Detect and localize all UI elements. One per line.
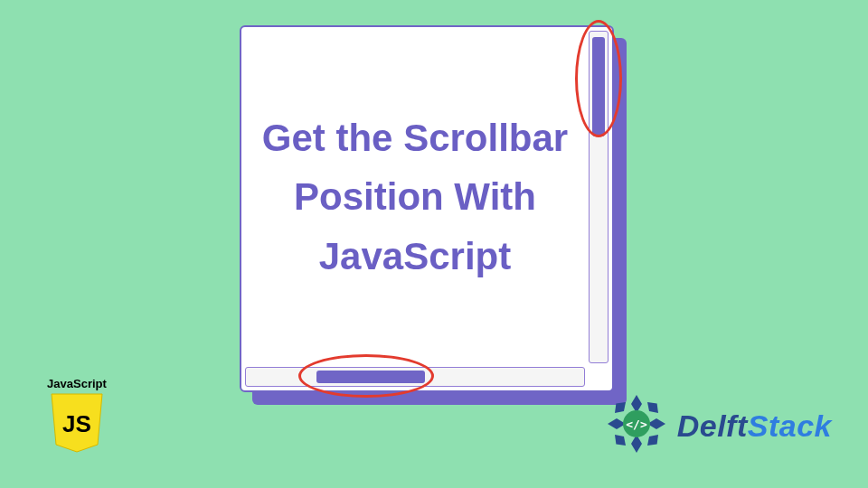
vertical-scrollbar-track[interactable] <box>589 31 609 363</box>
delftstack-logo: </> DelftStack <box>603 390 832 461</box>
javascript-badge: JavaScript JS <box>38 377 116 455</box>
scroll-window-illustration: Get the Scrollbar Position With JavaScri… <box>240 25 627 405</box>
svg-text:</>: </> <box>626 418 647 431</box>
horizontal-scrollbar-track[interactable] <box>245 367 585 387</box>
window-panel: Get the Scrollbar Position With JavaScri… <box>240 25 614 392</box>
vertical-scrollbar-thumb[interactable] <box>592 37 605 136</box>
brand-part2: Stack <box>748 408 832 443</box>
svg-text:JS: JS <box>62 410 91 437</box>
horizontal-scrollbar-thumb[interactable] <box>316 371 425 383</box>
brand-part1: Delft <box>677 408 748 443</box>
delftstack-flower-icon: </> <box>603 390 670 461</box>
window-content: Get the Scrollbar Position With JavaScri… <box>243 29 587 365</box>
javascript-label: JavaScript <box>38 377 116 390</box>
javascript-shield-icon: JS <box>49 392 105 455</box>
delftstack-text: DelftStack <box>677 408 832 444</box>
title-text: Get the Scrollbar Position With JavaScri… <box>252 108 578 285</box>
